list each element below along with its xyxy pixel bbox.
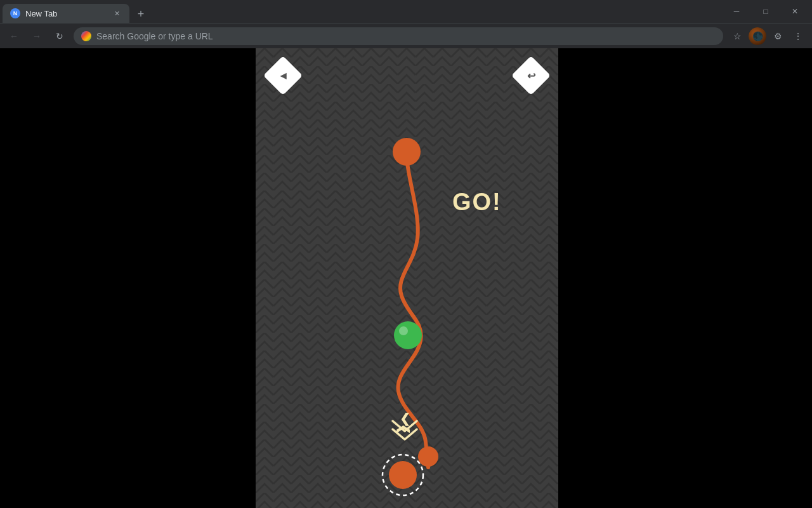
game-svg: ◂ ↩ ❮ ❮ — [256, 48, 558, 508]
forward-button[interactable]: → — [28, 27, 46, 45]
browser-frame: N New Tab ✕ + ─ □ ✕ ← → ↻ Search Google … — [0, 0, 812, 508]
window-controls: ─ □ ✕ — [722, 0, 812, 23]
game-canvas[interactable]: ◂ ↩ ❮ ❮ — [256, 48, 558, 508]
refresh-button[interactable]: ↻ — [51, 27, 69, 45]
svg-text:↩: ↩ — [527, 70, 536, 81]
right-diamond-button[interactable]: ↩ — [511, 56, 551, 95]
back-button[interactable]: ← — [5, 27, 23, 45]
omnibox-text: Search Google or type a URL — [96, 31, 716, 41]
profile-button[interactable]: 🌑 — [749, 27, 766, 45]
menu-button[interactable]: ⋮ — [789, 27, 807, 45]
black-left-panel — [0, 48, 256, 508]
new-tab-button[interactable]: + — [132, 5, 150, 23]
tab-title: New Tab — [25, 9, 107, 18]
player-ball-shine — [399, 326, 408, 335]
maximize-button[interactable]: □ — [751, 1, 780, 22]
tab-bar: N New Tab ✕ + ─ □ ✕ — [0, 0, 812, 23]
top-node-ball — [393, 138, 421, 166]
profile-avatar: 🌑 — [749, 27, 766, 45]
tab-close-button[interactable]: ✕ — [112, 8, 122, 18]
address-bar: ← → ↻ Search Google or type a URL ☆ 🌑 ⚙ … — [0, 23, 812, 48]
minimize-button[interactable]: ─ — [722, 1, 751, 22]
small-node-ball — [418, 446, 438, 467]
content-area: ◂ ↩ ❮ ❮ — [0, 48, 812, 508]
omnibox[interactable]: Search Google or type a URL — [74, 27, 723, 45]
player-ball — [394, 321, 422, 349]
close-button[interactable]: ✕ — [780, 1, 809, 22]
extensions-button[interactable]: ⚙ — [769, 27, 787, 45]
bottom-node-ball — [389, 461, 417, 489]
black-right-panel — [558, 48, 812, 508]
google-logo — [81, 31, 91, 41]
tab-active[interactable]: N New Tab ✕ — [3, 4, 129, 23]
go-text: GO! — [452, 189, 502, 215]
bookmark-button[interactable]: ☆ — [728, 27, 746, 45]
toolbar-right: ☆ 🌑 ⚙ ⋮ — [728, 27, 807, 45]
left-diamond-button[interactable]: ◂ — [263, 56, 303, 95]
svg-text:◂: ◂ — [280, 69, 287, 82]
tab-favicon: N — [10, 8, 20, 18]
